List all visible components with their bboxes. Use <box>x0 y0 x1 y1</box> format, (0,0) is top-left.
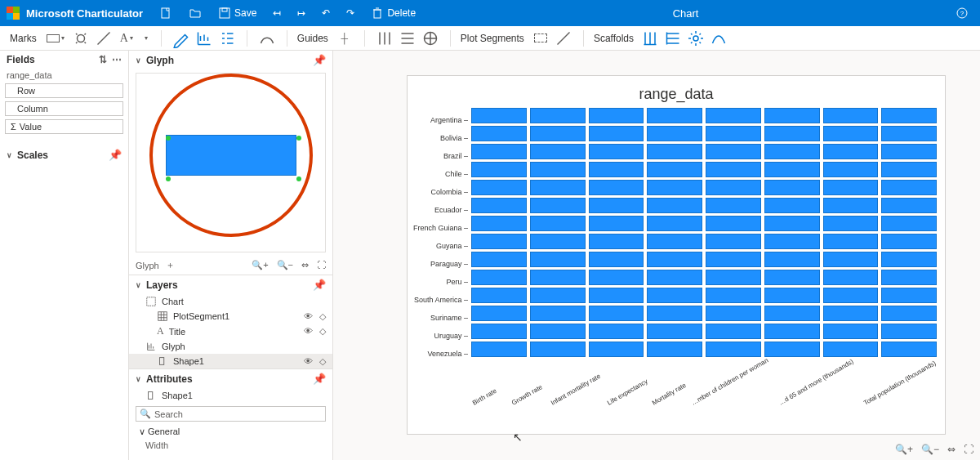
cell[interactable] <box>881 288 937 303</box>
cell[interactable] <box>881 270 937 285</box>
cell[interactable] <box>530 198 586 213</box>
cell[interactable] <box>881 108 937 123</box>
cell[interactable] <box>823 180 879 195</box>
cell[interactable] <box>706 342 761 357</box>
layer-item[interactable]: Glyph <box>129 339 332 354</box>
erase-icon[interactable]: ◇ <box>319 326 326 337</box>
tool-link[interactable] <box>257 29 277 48</box>
mark-image[interactable]: ▾ <box>140 29 151 48</box>
cell[interactable] <box>706 234 761 249</box>
cell[interactable] <box>881 180 937 195</box>
cell[interactable] <box>706 180 761 195</box>
cell[interactable] <box>647 162 702 177</box>
cell[interactable] <box>823 306 879 321</box>
cell[interactable] <box>589 108 644 123</box>
cell[interactable] <box>589 162 644 177</box>
cell[interactable] <box>471 144 527 159</box>
back-button[interactable]: ↶ <box>317 4 335 22</box>
visibility-icon[interactable]: 👁 <box>304 311 313 322</box>
cell[interactable] <box>823 108 879 123</box>
field-row[interactable]: ΣValue <box>5 119 123 134</box>
cell[interactable] <box>589 288 644 303</box>
glyph-canvas[interactable] <box>136 73 326 252</box>
cell[interactable] <box>647 234 702 249</box>
cell[interactable] <box>764 216 820 231</box>
guide-grid-h[interactable] <box>398 29 417 48</box>
cell[interactable] <box>764 342 820 357</box>
cell[interactable] <box>471 216 527 231</box>
guide-xy[interactable]: ┼ <box>335 29 354 48</box>
cell[interactable] <box>706 306 761 321</box>
cell[interactable] <box>764 288 820 303</box>
cell[interactable] <box>471 288 527 303</box>
cell[interactable] <box>823 162 879 177</box>
cell[interactable] <box>530 144 586 159</box>
cell[interactable] <box>471 324 527 339</box>
cell[interactable] <box>647 288 702 303</box>
pan-icon[interactable]: ⇔ <box>947 444 956 455</box>
pan-icon[interactable]: ⇔ <box>301 260 309 270</box>
field-row[interactable]: Column <box>5 101 123 116</box>
resize-handle[interactable] <box>296 136 301 141</box>
cell[interactable] <box>706 162 761 177</box>
cell[interactable] <box>471 126 527 141</box>
mark-rectangle[interactable]: ▾ <box>43 29 68 48</box>
layer-item[interactable]: Chart <box>129 294 332 309</box>
cell[interactable] <box>647 342 702 357</box>
cell[interactable] <box>647 126 702 141</box>
plot-segment-region[interactable] <box>531 29 550 48</box>
chart-grid[interactable] <box>471 108 937 395</box>
cell[interactable] <box>881 216 937 231</box>
cell[interactable] <box>647 324 702 339</box>
cell[interactable] <box>589 216 644 231</box>
attr-group-general[interactable]: ∨ General <box>129 425 332 439</box>
cell[interactable] <box>823 252 879 267</box>
help-button[interactable]: ? <box>951 3 973 23</box>
pin-icon[interactable]: 📌 <box>313 54 326 66</box>
cell[interactable] <box>706 288 761 303</box>
cell[interactable] <box>471 108 527 123</box>
cell[interactable] <box>530 180 586 195</box>
undo-button[interactable]: ↤ <box>268 4 286 22</box>
visibility-icon[interactable]: 👁 <box>304 326 313 337</box>
guide-grid-v[interactable] <box>375 29 394 48</box>
layer-item[interactable]: PlotSegment1👁◇ <box>129 309 332 324</box>
cell[interactable] <box>764 252 820 267</box>
tool-pen[interactable] <box>172 29 191 48</box>
cell[interactable] <box>589 252 644 267</box>
scaffold-polar[interactable] <box>686 29 706 48</box>
cell[interactable] <box>764 270 820 285</box>
cell[interactable] <box>589 306 644 321</box>
cell[interactable] <box>530 126 586 141</box>
cell[interactable] <box>530 234 586 249</box>
cell[interactable] <box>706 324 761 339</box>
scales-header[interactable]: ∨ Scales 📌 <box>0 145 128 164</box>
cell[interactable] <box>764 306 820 321</box>
cell[interactable] <box>881 234 937 249</box>
mark-line[interactable] <box>94 29 114 48</box>
zoom-in-icon[interactable]: 🔍+ <box>252 260 268 270</box>
cell[interactable] <box>823 324 879 339</box>
zoom-in-icon[interactable]: 🔍+ <box>895 444 913 455</box>
layer-item[interactable]: ATitle👁◇ <box>129 324 332 339</box>
fields-more-icon[interactable]: ⋯ <box>112 54 122 65</box>
cell[interactable] <box>706 108 761 123</box>
fit-icon[interactable]: ⛶ <box>964 444 973 455</box>
scaffold-vertical[interactable] <box>640 29 660 48</box>
field-row[interactable]: Row <box>5 83 123 98</box>
zoom-out-icon[interactable]: 🔍− <box>921 444 939 455</box>
cell[interactable] <box>706 270 761 285</box>
cell[interactable] <box>764 180 820 195</box>
mark-text[interactable]: A▾ <box>117 29 136 48</box>
cell[interactable] <box>881 306 937 321</box>
cell[interactable] <box>530 324 586 339</box>
cell[interactable] <box>530 162 586 177</box>
chart-frame[interactable]: range_data Argentina –Bolivia –Brazil –C… <box>407 75 946 435</box>
add-glyph-button[interactable]: ＋ <box>166 259 175 271</box>
glyph-shape[interactable] <box>166 135 296 176</box>
resize-handle[interactable] <box>166 176 171 181</box>
cell[interactable] <box>823 270 879 285</box>
cell[interactable] <box>647 108 702 123</box>
cell[interactable] <box>530 306 586 321</box>
cell[interactable] <box>589 342 644 357</box>
